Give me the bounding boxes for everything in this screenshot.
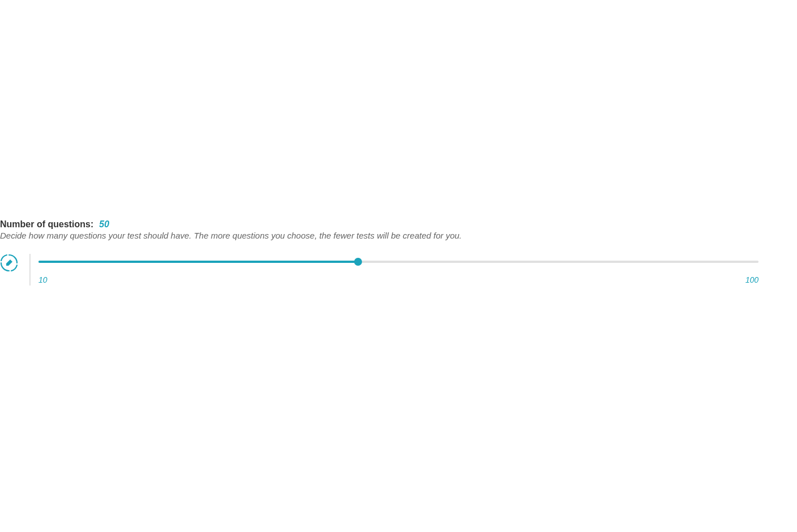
slider-max-label: 100: [746, 275, 759, 284]
questions-count-description: Decide how many questions your test shou…: [0, 231, 797, 240]
questions-count-label: Number of questions:: [0, 219, 93, 230]
slider-thumb[interactable]: [354, 258, 362, 266]
edit-icon: [0, 254, 18, 272]
questions-count-value: 50: [99, 219, 109, 230]
slider-fill: [38, 261, 358, 263]
vertical-divider: [29, 254, 31, 286]
questions-count-slider[interactable]: [38, 261, 759, 263]
slider-min-label: 10: [38, 275, 48, 284]
edit-icon-container: [0, 254, 18, 274]
